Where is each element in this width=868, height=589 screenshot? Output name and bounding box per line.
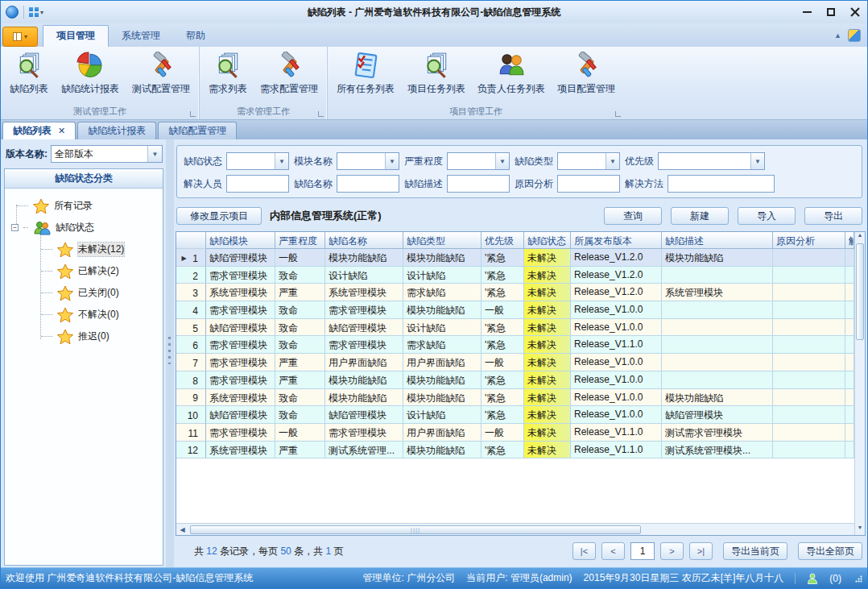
col-header-status[interactable]: 缺陷状态 xyxy=(524,232,571,249)
cell-analysis[interactable] xyxy=(773,284,845,301)
cell-status[interactable]: 未解决 xyxy=(524,249,571,267)
col-header-name[interactable]: 缺陷名称 xyxy=(325,232,403,249)
table-row[interactable]: 5 缺陷管理模块 致命 缺陷管理模块 设计缺陷 '紧急 未解决 Release_… xyxy=(176,319,854,337)
severity-filter[interactable]: ▼ xyxy=(447,152,510,170)
chevron-down-icon[interactable]: ▼ xyxy=(495,153,509,169)
cell-severity[interactable]: 致命 xyxy=(275,319,325,337)
cell-desc[interactable]: 测试需求管理模块 xyxy=(662,424,773,442)
scroll-down-icon[interactable]: ▼ xyxy=(855,525,865,535)
col-header-severity[interactable]: 严重程度 xyxy=(275,232,325,249)
cell-desc[interactable] xyxy=(662,354,773,371)
cell-version[interactable]: Release_V1.2.0 xyxy=(571,267,662,284)
priority-filter[interactable]: ▼ xyxy=(658,152,765,170)
cell-status[interactable]: 未解决 xyxy=(524,442,571,459)
ribbon-tab-help[interactable]: 帮助 xyxy=(173,26,218,47)
cell-severity[interactable]: 严重 xyxy=(275,371,325,389)
cell-name[interactable]: 用户界面缺陷 xyxy=(325,354,403,371)
module-name-filter[interactable]: ▼ xyxy=(337,152,399,170)
query-button[interactable]: 查询 xyxy=(604,207,662,225)
import-button[interactable]: 导入 xyxy=(738,207,796,225)
cell-type[interactable]: 用户界面缺陷 xyxy=(403,424,482,442)
table-row[interactable]: 10 缺陷管理模块 致命 缺陷管理模块 设计缺陷 '紧急 未解决 Release… xyxy=(176,406,854,424)
defect-type-filter[interactable]: ▼ xyxy=(557,152,620,170)
col-header-version[interactable]: 所属发布版本 xyxy=(571,232,662,249)
cell-version[interactable]: Release_V1.0.0 xyxy=(571,406,662,424)
cell-version[interactable]: Release_V1.0.0 xyxy=(571,389,662,407)
cell-version[interactable]: Release_V1.2.0 xyxy=(571,284,662,301)
page-number-input[interactable]: 1 xyxy=(630,542,655,560)
tree-item-unresolved[interactable]: 未解决(12) xyxy=(5,239,163,260)
cell-solve[interactable] xyxy=(845,371,854,389)
tree-item-defect-status[interactable]: − 缺陷状态 xyxy=(5,217,163,239)
table-row[interactable]: ▶1 缺陷管理模块 一般 模块功能缺陷 模块功能缺陷 '紧急 未解决 Relea… xyxy=(176,249,854,267)
cell-status[interactable]: 未解决 xyxy=(524,424,571,442)
tree-item-closed[interactable]: 已关闭(0) xyxy=(5,282,163,304)
cell-analysis[interactable] xyxy=(773,442,845,459)
cell-module[interactable]: 需求管理模块 xyxy=(206,301,275,319)
cell-type[interactable]: 需求缺陷 xyxy=(403,336,482,354)
dialog-launcher-icon[interactable] xyxy=(318,111,324,117)
cell-module[interactable]: 缺陷管理模块 xyxy=(206,249,275,267)
cell-analysis[interactable] xyxy=(773,406,845,424)
version-combo[interactable]: 全部版本 ▼ xyxy=(51,145,163,163)
scrollbar-thumb[interactable] xyxy=(856,243,864,340)
cell-desc[interactable] xyxy=(662,319,773,337)
cell-severity[interactable]: 致命 xyxy=(275,301,325,319)
col-header-desc[interactable]: 缺陷描述 xyxy=(662,232,773,249)
cell-solve[interactable] xyxy=(845,284,854,301)
cell-version[interactable]: Release_V1.1.0 xyxy=(571,424,662,442)
col-header-module[interactable]: 缺陷模块 xyxy=(206,232,275,249)
cell-severity[interactable]: 致命 xyxy=(275,406,325,424)
cell-desc[interactable]: 缺陷管理模块 xyxy=(662,406,773,424)
cell-name[interactable]: 模块功能缺陷 xyxy=(325,249,403,267)
cell-module[interactable]: 系统管理模块 xyxy=(206,389,275,407)
cell-priority[interactable]: '紧急 xyxy=(482,371,524,389)
ribbon-tab-system[interactable]: 系统管理 xyxy=(109,26,173,47)
cell-severity[interactable]: 严重 xyxy=(275,284,325,301)
table-row[interactable]: 8 需求管理模块 严重 模块功能缺陷 模块功能缺陷 '紧急 未解决 Releas… xyxy=(176,371,854,389)
cell-module[interactable]: 需求管理模块 xyxy=(206,267,275,284)
export-all-pages-button[interactable]: 导出全部页 xyxy=(798,542,862,560)
cell-type[interactable]: 模块功能缺陷 xyxy=(403,389,482,407)
cell-analysis[interactable] xyxy=(773,371,845,389)
solution-input[interactable] xyxy=(668,175,775,193)
cell-solve[interactable] xyxy=(845,442,854,459)
defect-report-button[interactable]: 缺陷统计报表 xyxy=(56,48,125,106)
collapse-node-icon[interactable]: − xyxy=(11,224,19,231)
export-current-page-button[interactable]: 导出当前页 xyxy=(723,542,787,560)
cell-priority[interactable]: '紧急 xyxy=(482,406,524,424)
cell-analysis[interactable] xyxy=(773,389,845,407)
cell-status[interactable]: 未解决 xyxy=(524,284,571,301)
requirement-config-button[interactable]: 需求配置管理 xyxy=(254,48,324,106)
cause-analysis-input[interactable] xyxy=(557,175,620,193)
cell-name[interactable]: 缺陷管理模块 xyxy=(325,406,403,424)
cell-version[interactable]: Release_V1.1.0 xyxy=(571,336,662,354)
cell-module[interactable]: 缺陷管理模块 xyxy=(206,319,275,337)
chevron-down-icon[interactable]: ▼ xyxy=(606,153,619,169)
cell-solve[interactable] xyxy=(845,249,854,267)
cell-module[interactable]: 缺陷管理模块 xyxy=(206,406,275,424)
cell-desc[interactable] xyxy=(662,301,773,319)
defect-list-button[interactable]: 缺陷列表 xyxy=(4,48,54,106)
style-switch-icon[interactable] xyxy=(848,29,861,42)
cell-module[interactable]: 系统管理模块 xyxy=(206,284,275,301)
collapse-ribbon-icon[interactable]: ▲ xyxy=(834,31,841,39)
cell-name[interactable]: 系统管理模块 xyxy=(325,284,403,301)
project-config-button[interactable]: 项目配置管理 xyxy=(552,48,621,106)
cell-solve[interactable] xyxy=(845,301,854,319)
tree-item-wontfix[interactable]: 不解决(0) xyxy=(5,304,163,326)
scrollbar-thumb[interactable] xyxy=(190,525,641,534)
cell-desc[interactable]: 系统管理模块 xyxy=(662,284,773,301)
minimize-button[interactable] xyxy=(795,2,819,22)
cell-status[interactable]: 未解决 xyxy=(524,319,571,337)
cell-name[interactable]: 测试系统管理... xyxy=(325,442,403,459)
cell-type[interactable]: 模块功能缺陷 xyxy=(403,371,482,389)
cell-type[interactable]: 模块功能缺陷 xyxy=(403,442,482,459)
cell-desc[interactable] xyxy=(662,336,773,354)
tree-item-postponed[interactable]: 推迟(0) xyxy=(5,326,163,347)
panel-splitter[interactable] xyxy=(166,139,174,567)
cell-severity[interactable]: 致命 xyxy=(275,336,325,354)
cell-type[interactable]: 模块功能缺陷 xyxy=(403,249,482,267)
cell-status[interactable]: 未解决 xyxy=(524,371,571,389)
first-page-button[interactable]: |< xyxy=(572,542,596,560)
